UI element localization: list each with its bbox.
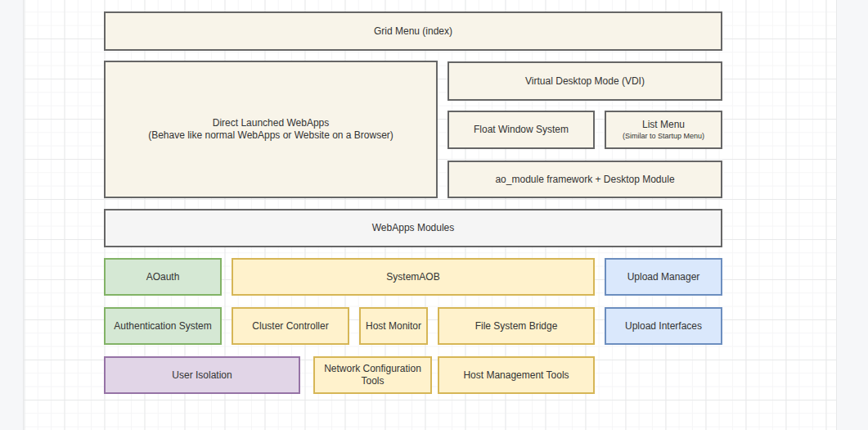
- diagram-viewport: Grid Menu (index) Direct Launched WebApp…: [0, 0, 868, 430]
- node-label: Upload Manager: [627, 271, 700, 283]
- node-file-system-bridge[interactable]: File System Bridge: [438, 307, 595, 345]
- node-label: Cluster Controller: [252, 320, 328, 333]
- node-direct-launched-webapps[interactable]: Direct Launched WebApps (Behave like nor…: [104, 61, 438, 198]
- node-label: Direct Launched WebApps: [213, 117, 330, 129]
- node-grid-menu[interactable]: Grid Menu (index): [104, 11, 722, 51]
- node-virtual-desktop-mode[interactable]: Virtual Desktop Mode (VDI): [447, 61, 722, 101]
- node-label: WebApps Modules: [372, 222, 455, 234]
- node-label: Virtual Desktop Mode (VDI): [525, 75, 645, 88]
- node-label: Network Configuration Tools: [318, 363, 427, 387]
- node-sublabel: (Behave like normal WebApps or Website o…: [148, 129, 394, 142]
- node-upload-manager[interactable]: Upload Manager: [605, 258, 722, 296]
- node-cluster-controller[interactable]: Cluster Controller: [232, 307, 349, 345]
- node-label: List Menu: [642, 119, 685, 131]
- node-aoauth[interactable]: AOauth: [104, 258, 222, 296]
- node-label: Authentication System: [114, 320, 211, 333]
- node-user-isolation[interactable]: User Isolation: [104, 356, 300, 394]
- node-label: Upload Interfaces: [625, 320, 702, 333]
- node-label: Grid Menu (index): [374, 25, 452, 38]
- node-label: File System Bridge: [475, 320, 558, 333]
- node-ao-module-framework[interactable]: ao_module framework + Desktop Module: [447, 161, 722, 198]
- node-network-configuration-tools[interactable]: Network Configuration Tools: [313, 356, 432, 394]
- node-label: Float Window System: [474, 124, 569, 136]
- node-webapps-modules[interactable]: WebApps Modules: [104, 209, 722, 247]
- node-authentication-system[interactable]: Authentication System: [104, 307, 222, 345]
- node-label: ao_module framework + Desktop Module: [495, 174, 674, 186]
- node-upload-interfaces[interactable]: Upload Interfaces: [605, 307, 722, 345]
- node-list-menu[interactable]: List Menu (Similar to Startup Menu): [605, 111, 722, 149]
- node-host-monitor[interactable]: Host Monitor: [359, 307, 428, 345]
- node-host-management-tools[interactable]: Host Management Tools: [438, 356, 595, 394]
- diagram-nodes-layer: Grid Menu (index) Direct Launched WebApp…: [0, 0, 868, 430]
- node-label: AOauth: [146, 271, 180, 283]
- node-label: SystemAOB: [386, 271, 439, 283]
- node-float-window-system[interactable]: Float Window System: [447, 111, 595, 149]
- node-label: Host Management Tools: [463, 369, 569, 382]
- node-sublabel: (Similar to Startup Menu): [623, 131, 704, 141]
- node-system-aob[interactable]: SystemAOB: [232, 258, 595, 296]
- node-label: User Isolation: [172, 369, 232, 382]
- node-label: Host Monitor: [366, 320, 421, 333]
